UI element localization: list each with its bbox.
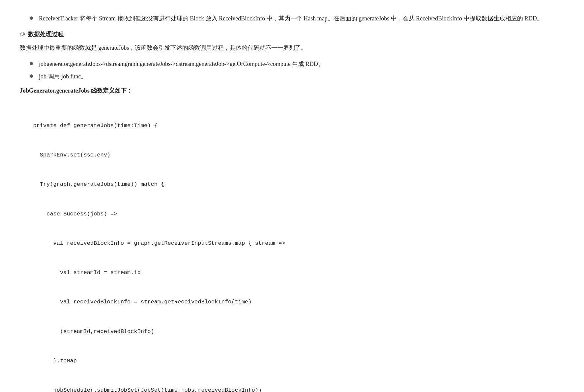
code-line-3: Try(graph.generateJobs(time)) match { bbox=[26, 180, 547, 189]
code-line-9: }.toMap bbox=[26, 356, 547, 366]
bullet-text-1: ReceiverTracker 将每个 Stream 接收到但还没有进行处理的 … bbox=[39, 13, 547, 24]
code-line-8: (streamId,receivedBlockInfo) bbox=[26, 327, 547, 337]
code-line-1: private def generateJobs(time:Time) { bbox=[26, 121, 547, 131]
section3-title: 数据处理过程 bbox=[28, 31, 64, 38]
function-def-label: JobGenerator.generateJobs 函数定义如下： bbox=[20, 85, 547, 96]
list-item: ReceiverTracker 将每个 Stream 接收到但还没有进行处理的 … bbox=[30, 13, 547, 24]
bullet-icon bbox=[30, 62, 33, 65]
bullet-icon bbox=[30, 74, 33, 78]
code-line-4: case Success(jobs) => bbox=[26, 209, 547, 219]
code-line-6: val streamId = stream.id bbox=[26, 268, 547, 278]
section3-heading: ③ 数据处理过程 bbox=[20, 29, 547, 40]
function-def-label-text: JobGenerator.generateJobs 函数定义如下： bbox=[20, 87, 132, 94]
code-block: private def generateJobs(time:Time) { Sp… bbox=[26, 101, 547, 392]
bullet-icon bbox=[30, 16, 33, 20]
top-bullet-list: ReceiverTracker 将每个 Stream 接收到但还没有进行处理的 … bbox=[30, 13, 547, 24]
code-line-2: SparkEnv.set(ssc.env) bbox=[26, 150, 547, 160]
code-line-10: jobScheduler.submitJobSet(JobSet(time,jo… bbox=[26, 385, 547, 392]
code-line-5: val receivedBlockInfo = graph.getReceive… bbox=[26, 238, 547, 248]
content-area: ReceiverTracker 将每个 Stream 接收到但还没有进行处理的 … bbox=[20, 13, 547, 392]
code-line-7: val receivedBlockInfo = stream.getReceiv… bbox=[26, 297, 547, 307]
bullet-text-2: jobgenerator.generateJobs->dstreamgraph.… bbox=[39, 59, 547, 69]
list-item: job 调用 job.func。 bbox=[30, 71, 547, 82]
bullet-text-3: job 调用 job.func。 bbox=[39, 71, 547, 82]
middle-bullet-list: jobgenerator.generateJobs->dstreamgraph.… bbox=[30, 59, 547, 82]
section3-number: ③ bbox=[20, 31, 25, 38]
list-item: jobgenerator.generateJobs->dstreamgraph.… bbox=[30, 59, 547, 69]
paragraph1: 数据处理中最重要的函数就是 generateJobs，该函数会引发下述的函数调用… bbox=[20, 42, 547, 53]
